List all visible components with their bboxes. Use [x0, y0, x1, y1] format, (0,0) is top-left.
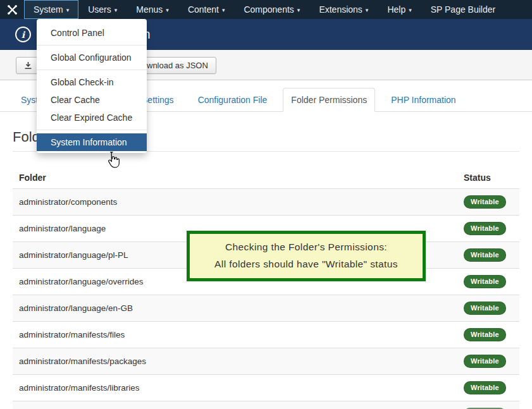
info-icon: i — [15, 27, 31, 42]
folder-path: administrator/modules — [13, 401, 457, 409]
chevron-down-icon: ▾ — [166, 8, 169, 13]
folder-path: administrator/language/en-GB — [13, 295, 457, 322]
menu-item-label: Clear Expired Cache — [51, 113, 132, 123]
tab-label: PHP Information — [391, 95, 455, 105]
menu-item[interactable]: System Information — [37, 133, 147, 151]
status-badge: Writable — [464, 381, 506, 394]
menu-item-label: Global Configuration — [51, 52, 132, 63]
navbar-menu-label: Menus — [136, 4, 163, 15]
status-badge: Writable — [464, 195, 506, 209]
tab[interactable]: PHP Information — [383, 88, 464, 112]
status-badge: Writable — [464, 302, 506, 315]
navbar-menu-label: SP Page Builder — [431, 4, 495, 15]
column-header-status: Status — [457, 165, 519, 189]
navbar-menu-item[interactable]: Help ▾ — [378, 0, 421, 19]
navbar-menu-label: Components — [244, 4, 294, 15]
tab[interactable]: Folder Permissions — [283, 88, 375, 112]
menu-item[interactable]: Global Configuration — [37, 49, 147, 66]
joomla-logo-icon[interactable] — [0, 0, 24, 19]
table-row: administrator/components Writable — [13, 189, 519, 216]
navbar-menu-item[interactable]: Extensions ▾ — [309, 0, 378, 19]
chevron-down-icon: ▾ — [66, 8, 70, 13]
menu-divider — [37, 130, 147, 130]
chevron-down-icon: ▾ — [114, 8, 118, 13]
top-navbar: System ▾ Users ▾ Menus ▾ Content ▾ — [0, 0, 532, 19]
status-badge: Writable — [464, 222, 506, 235]
table-row: administrator/manifests/libraries Writab… — [13, 375, 519, 401]
navbar-menu-item[interactable]: SP Page Builder — [421, 0, 508, 19]
navbar-menu-label: System — [34, 4, 63, 15]
status-badge: Writable — [464, 328, 506, 341]
status-badge: Writable — [464, 275, 506, 288]
annotation-note: Checking the Folder's Permissions: All f… — [187, 231, 426, 281]
navbar-menu-item[interactable]: Users ▾ — [78, 0, 127, 19]
navbar-menu-label: Users — [88, 4, 111, 15]
download-button-label: Download as JSON — [136, 61, 207, 70]
menu-item[interactable]: Control Panel — [37, 24, 147, 42]
chevron-down-icon: ▾ — [366, 8, 369, 13]
chevron-down-icon: ▾ — [297, 8, 300, 13]
tab[interactable]: Configuration File — [190, 88, 276, 112]
folder-permissions-table: Folder Status administrator/components W… — [13, 165, 519, 409]
menu-divider — [37, 70, 147, 70]
system-dropdown-menu: Control Panel Global Configuration Globa… — [37, 19, 147, 153]
navbar-menu-label: Content — [188, 4, 219, 15]
navbar-menu-item[interactable]: Components ▾ — [234, 0, 309, 19]
table-row: administrator/language/en-GB Writable — [13, 295, 519, 322]
menu-item[interactable]: Clear Cache — [37, 91, 147, 109]
chevron-down-icon: ▾ — [409, 8, 412, 13]
table-row: administrator/modules Writable — [13, 401, 519, 409]
annotation-line-1: Checking the Folder's Permissions: — [190, 238, 423, 255]
menu-item[interactable]: Clear Expired Cache — [37, 109, 147, 126]
navbar-menu-item[interactable]: Content ▾ — [178, 0, 235, 19]
folder-path: administrator/manifests/packages — [13, 348, 457, 375]
app-root: System ▾ Users ▾ Menus ▾ Content ▾ — [0, 0, 532, 409]
navbar-menu-item[interactable]: Menus ▾ — [127, 0, 178, 19]
menu-item-label: System Information — [51, 137, 127, 147]
navbar-menu-label: Extensions — [319, 4, 362, 15]
folder-path: administrator/components — [13, 189, 457, 216]
navbar-menu-item[interactable]: System ▾ — [24, 0, 78, 19]
menu-item-label: Clear Cache — [51, 95, 100, 105]
status-badge: Writable — [464, 355, 506, 368]
tab-label: Configuration File — [198, 95, 268, 105]
menu-item-label: Global Check-in — [51, 77, 114, 87]
table-row: administrator/manifests/files Writable — [13, 322, 519, 348]
menu-divider — [37, 45, 147, 46]
menu-item-label: Control Panel — [51, 28, 104, 38]
column-header-folder: Folder — [13, 165, 457, 189]
menu-item[interactable]: Global Check-in — [37, 73, 147, 91]
tab-label: Folder Permissions — [291, 95, 367, 105]
chevron-down-icon: ▾ — [222, 8, 225, 13]
table-row: administrator/manifests/packages Writabl… — [13, 348, 519, 375]
status-badge: Writable — [464, 248, 506, 262]
download-icon — [24, 61, 32, 70]
navbar-menu-label: Help — [387, 4, 405, 15]
folder-path: administrator/manifests/libraries — [13, 375, 457, 401]
annotation-line-2: All folders should have "Writable" statu… — [190, 255, 423, 272]
folder-path: administrator/manifests/files — [13, 322, 457, 348]
